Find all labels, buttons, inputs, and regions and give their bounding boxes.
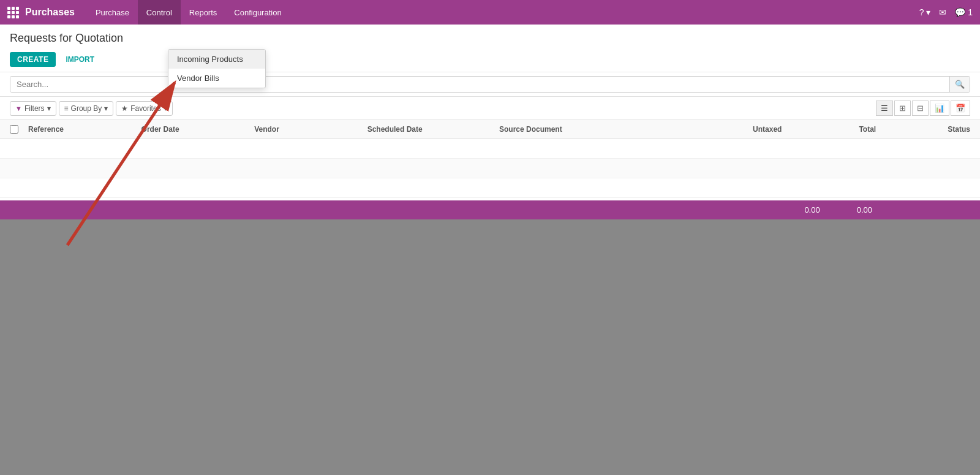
navbar-right: ? ▾ ✉ 💬 1 <box>919 7 973 17</box>
filters-label: Filters <box>24 104 45 113</box>
filters-button[interactable]: ▼ Filters ▾ <box>10 101 56 116</box>
select-all-checkbox[interactable] <box>10 125 18 134</box>
favorites-label: Favorites <box>130 104 160 113</box>
filters-chevron: ▾ <box>47 104 51 113</box>
col-header-reference: Reference <box>28 125 141 134</box>
create-button[interactable]: CREATE <box>10 52 56 67</box>
table-header: Reference Order Date Vendor Scheduled Da… <box>0 120 980 139</box>
empty-row-1 <box>0 139 980 159</box>
chart-view-button[interactable]: 📊 <box>930 101 949 116</box>
app-brand[interactable]: Purchases <box>25 7 75 18</box>
total-total-value: 0.00 <box>857 205 872 215</box>
group-by-icon: ≡ <box>64 104 69 113</box>
col-header-total: Total <box>782 125 876 134</box>
group-by-chevron: ▾ <box>104 104 108 113</box>
kanban-view-button[interactable]: ⊞ <box>894 101 911 116</box>
search-input[interactable] <box>10 77 949 92</box>
grid-view-button[interactable]: ⊟ <box>912 101 929 116</box>
col-header-order-date: Order Date <box>141 125 255 134</box>
main-nav: Purchase Control Reports Configuration <box>87 0 290 25</box>
navbar: Purchases Purchase Control Reports Confi… <box>0 0 980 25</box>
group-by-button[interactable]: ≡ Group By ▾ <box>59 101 114 116</box>
calendar-view-button[interactable]: 📅 <box>951 101 970 116</box>
col-header-vendor: Vendor <box>254 125 368 134</box>
col-header-status: Status <box>876 125 970 134</box>
import-button[interactable]: IMPORT <box>61 52 99 67</box>
nav-item-purchase[interactable]: Purchase <box>87 0 138 25</box>
chat-icon[interactable]: 💬 1 <box>955 7 973 17</box>
gray-background <box>0 219 980 475</box>
search-wrapper: 🔍 <box>10 76 970 93</box>
col-header-scheduled-date: Scheduled Date <box>368 125 499 134</box>
total-untaxed-value: 0.00 <box>804 205 820 215</box>
page-title: Requests for Quotation <box>10 32 123 50</box>
nav-item-control[interactable]: Control <box>138 0 181 25</box>
mail-icon[interactable]: ✉ <box>939 7 946 17</box>
group-by-label: Group By <box>71 104 102 113</box>
col-header-source-document: Source Document <box>499 125 688 134</box>
view-controls: ☰ ⊞ ⊟ 📊 📅 <box>876 101 970 116</box>
filter-bar: ▼ Filters ▾ ≡ Group By ▾ ★ Favorites ▾ ☰… <box>0 97 980 120</box>
content-wrapper: Incoming Products Vendor Bills Requests … <box>0 25 980 219</box>
empty-row-2 <box>0 159 980 178</box>
control-dropdown: Incoming Products Vendor Bills <box>168 49 266 88</box>
nav-item-reports[interactable]: Reports <box>181 0 226 25</box>
favorites-button[interactable]: ★ Favorites ▾ <box>116 101 172 116</box>
dropdown-item-incoming-products[interactable]: Incoming Products <box>168 50 265 69</box>
select-all-checkbox-wrapper[interactable] <box>10 125 28 134</box>
empty-row-3 <box>0 178 980 198</box>
action-bar: CREATE IMPORT <box>0 47 980 72</box>
favorites-chevron: ▾ <box>164 104 167 113</box>
totals-bar: 0.00 0.00 <box>0 200 980 219</box>
table-body <box>0 139 980 200</box>
filter-icon: ▼ <box>15 105 22 112</box>
nav-item-configuration[interactable]: Configuration <box>225 0 290 25</box>
dropdown-item-vendor-bills[interactable]: Vendor Bills <box>168 69 265 88</box>
search-filter-row: 🔍 <box>0 72 980 97</box>
search-icon[interactable]: 🔍 <box>949 77 970 92</box>
page-title-area: Requests for Quotation <box>0 25 980 47</box>
star-icon: ★ <box>121 104 128 113</box>
help-button[interactable]: ? ▾ <box>919 7 931 17</box>
list-view-button[interactable]: ☰ <box>876 101 893 116</box>
grid-menu-icon[interactable] <box>7 7 19 18</box>
col-header-untaxed: Untaxed <box>688 125 782 134</box>
